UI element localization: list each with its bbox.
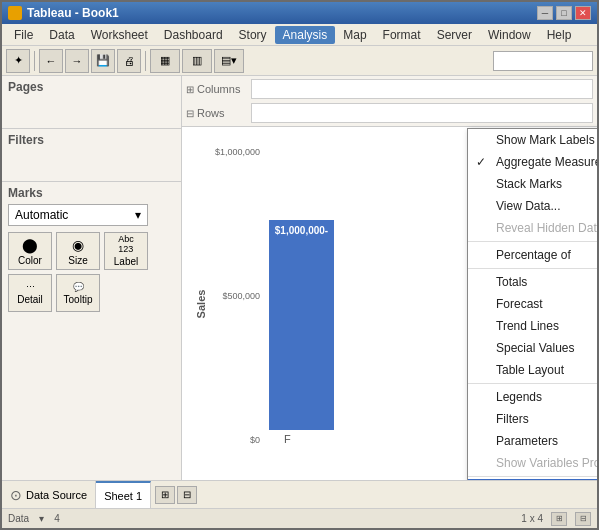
menu-item-view-data[interactable]: View Data... bbox=[468, 195, 597, 217]
sidebar: Pages Filters Marks Automatic ▾ ⬤ Color bbox=[2, 76, 182, 480]
chart-btn2[interactable]: ▥ bbox=[182, 49, 212, 73]
checkmark-icon: ✓ bbox=[476, 155, 486, 169]
menu-analysis[interactable]: Analysis bbox=[275, 26, 336, 44]
marks-dropdown[interactable]: Automatic ▾ bbox=[8, 204, 148, 226]
toolbar-separator-1 bbox=[34, 51, 35, 71]
menu-worksheet[interactable]: Worksheet bbox=[83, 26, 156, 44]
menu-data[interactable]: Data bbox=[41, 26, 82, 44]
rows-content[interactable] bbox=[251, 103, 593, 123]
menu-item-label: Legends bbox=[496, 390, 542, 404]
close-button[interactable]: ✕ bbox=[575, 6, 591, 20]
menu-item-label: Special Values bbox=[496, 341, 575, 355]
datasource-icon: ⊙ bbox=[10, 487, 22, 503]
add-dashboard-button[interactable]: ⊟ bbox=[177, 486, 197, 504]
marks-size-button[interactable]: ◉ Size bbox=[56, 232, 100, 270]
menu-file[interactable]: File bbox=[6, 26, 41, 44]
menu-item-label: Reveal Hidden Data bbox=[496, 221, 597, 235]
pages-label: Pages bbox=[8, 80, 175, 94]
y-axis-labels: $1,000,000 $500,000 $0 bbox=[224, 142, 262, 450]
chart-btn1[interactable]: ▦ bbox=[150, 49, 180, 73]
size-icon: ◉ bbox=[72, 237, 84, 253]
maximize-button[interactable]: □ bbox=[556, 6, 572, 20]
menu-item-show-variables: Show Variables Prompt... bbox=[468, 452, 597, 474]
title-controls: ─ □ ✕ bbox=[537, 6, 591, 20]
new-button[interactable]: ✦ bbox=[6, 49, 30, 73]
menu-item-label: Totals bbox=[496, 275, 527, 289]
y-label-bottom: $0 bbox=[250, 435, 260, 445]
filters-content bbox=[8, 147, 175, 177]
filters-label: Filters bbox=[8, 133, 175, 147]
menu-dashboard[interactable]: Dashboard bbox=[156, 26, 231, 44]
marks-detail-button[interactable]: ⋯ Detail bbox=[8, 274, 52, 312]
filters-section: Filters bbox=[2, 129, 181, 182]
label-icon: Abc123 bbox=[118, 235, 134, 255]
back-button[interactable]: ← bbox=[39, 49, 63, 73]
menu-item-create-calculated[interactable]: Create Calculated Field... bbox=[468, 479, 597, 480]
menu-item-label: Filters bbox=[496, 412, 529, 426]
menu-help[interactable]: Help bbox=[539, 26, 580, 44]
columns-shelf: ⊞ Columns bbox=[186, 78, 593, 100]
menu-item-label: Show Mark Labels bbox=[496, 133, 595, 147]
marks-dropdown-value: Automatic bbox=[15, 208, 68, 222]
add-sheet-button[interactable]: ⊞ bbox=[155, 486, 175, 504]
menu-separator-1 bbox=[468, 241, 597, 242]
columns-icon: ⊞ bbox=[186, 84, 194, 95]
x-axis-label: F bbox=[284, 433, 291, 445]
tab-datasource[interactable]: ⊙ Data Source bbox=[2, 481, 96, 508]
menu-item-label: Percentage of bbox=[496, 248, 571, 262]
marks-label-label: Label bbox=[114, 256, 138, 267]
tab-add-buttons: ⊞ ⊟ bbox=[151, 486, 201, 504]
status-num: 4 bbox=[54, 513, 60, 524]
menu-item-forecast[interactable]: Forecast ▶ bbox=[468, 293, 597, 315]
print-button[interactable]: 🖨 bbox=[117, 49, 141, 73]
marks-size-label: Size bbox=[68, 255, 87, 266]
save-button[interactable]: 💾 bbox=[91, 49, 115, 73]
menu-format[interactable]: Format bbox=[375, 26, 429, 44]
color-icon: ⬤ bbox=[22, 237, 38, 253]
marks-dropdown-arrow: ▾ bbox=[135, 208, 141, 222]
marks-tooltip-button[interactable]: 💬 Tooltip bbox=[56, 274, 100, 312]
search-input[interactable] bbox=[493, 51, 593, 71]
menu-item-table-layout[interactable]: Table Layout ▶ bbox=[468, 359, 597, 381]
chart-btn3[interactable]: ▤▾ bbox=[214, 49, 244, 73]
menu-item-label: Show Variables Prompt... bbox=[496, 456, 597, 470]
menu-map[interactable]: Map bbox=[335, 26, 374, 44]
minimize-button[interactable]: ─ bbox=[537, 6, 553, 20]
menu-item-legends[interactable]: Legends ▶ bbox=[468, 386, 597, 408]
marks-color-button[interactable]: ⬤ Color bbox=[8, 232, 52, 270]
menu-item-parameters[interactable]: Parameters ▶ bbox=[468, 430, 597, 452]
tab-sheet1[interactable]: Sheet 1 bbox=[96, 481, 151, 508]
toolbar: ✦ ← → 💾 🖨 ▦ ▥ ▤▾ bbox=[2, 46, 597, 76]
menu-item-filters[interactable]: Filters ▶ bbox=[468, 408, 597, 430]
bar-1: $1,000,000- bbox=[269, 220, 334, 430]
menu-item-show-mark-labels[interactable]: Show Mark Labels bbox=[468, 129, 597, 151]
menu-story[interactable]: Story bbox=[231, 26, 275, 44]
columns-content[interactable] bbox=[251, 79, 593, 99]
menu-item-stack-marks[interactable]: Stack Marks ▶ bbox=[468, 173, 597, 195]
menu-item-percentage-of[interactable]: Percentage of ▶ bbox=[468, 244, 597, 266]
detail-icon: ⋯ bbox=[26, 282, 35, 292]
y-label-mid: $500,000 bbox=[222, 291, 260, 301]
menu-item-label: Forecast bbox=[496, 297, 543, 311]
app-icon bbox=[8, 6, 22, 20]
marks-section: Marks Automatic ▾ ⬤ Color ◉ Size Abc12 bbox=[2, 182, 181, 480]
fit-view-button[interactable]: ⊟ bbox=[575, 512, 591, 526]
menu-item-label: Parameters bbox=[496, 434, 558, 448]
menu-item-label: View Data... bbox=[496, 199, 560, 213]
menu-item-totals[interactable]: Totals ▶ bbox=[468, 271, 597, 293]
y-label-top: $1,000,000 bbox=[215, 147, 260, 157]
menu-window[interactable]: Window bbox=[480, 26, 539, 44]
forward-button[interactable]: → bbox=[65, 49, 89, 73]
menu-item-special-values[interactable]: Special Values ▶ bbox=[468, 337, 597, 359]
menu-server[interactable]: Server bbox=[429, 26, 480, 44]
status-right: 1 x 4 ⊞ ⊟ bbox=[521, 512, 591, 526]
status-separator: ▾ bbox=[39, 513, 44, 524]
menu-item-label: Stack Marks bbox=[496, 177, 562, 191]
menu-item-aggregate-measures[interactable]: ✓ Aggregate Measures bbox=[468, 151, 597, 173]
datasource-label: Data Source bbox=[26, 489, 87, 501]
menu-item-trend-lines[interactable]: Trend Lines ▶ bbox=[468, 315, 597, 337]
menu-bar: File Data Worksheet Dashboard Story Anal… bbox=[2, 24, 597, 46]
marks-label-button[interactable]: Abc123 Label bbox=[104, 232, 148, 270]
pages-section: Pages bbox=[2, 76, 181, 129]
grid-view-button[interactable]: ⊞ bbox=[551, 512, 567, 526]
